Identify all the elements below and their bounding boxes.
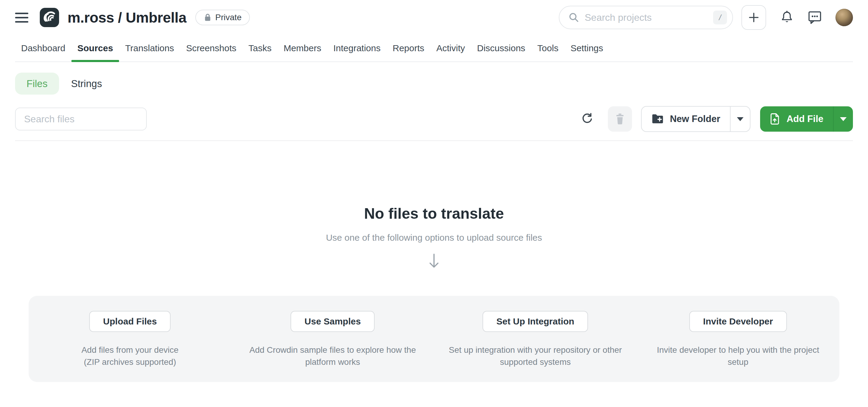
trash-icon <box>614 113 626 126</box>
use-samples-button[interactable]: Use Samples <box>290 311 375 332</box>
down-arrow-icon <box>427 253 441 269</box>
folder-plus-icon <box>651 114 664 124</box>
new-folder-label: New Folder <box>670 114 720 124</box>
crowdin-logo[interactable] <box>40 8 59 27</box>
search-shortcut-badge: / <box>713 10 727 24</box>
caret-down-icon <box>840 117 846 121</box>
plus-icon <box>748 12 760 23</box>
upload-files-description: Add files from your device (ZIP archives… <box>82 344 179 368</box>
notifications-button[interactable] <box>780 10 794 25</box>
privacy-badge-label: Private <box>215 13 241 22</box>
messages-button[interactable] <box>808 10 822 25</box>
add-file-split-button: Add File <box>760 106 853 132</box>
add-file-button[interactable]: Add File <box>760 106 833 132</box>
lock-icon <box>204 13 212 22</box>
subnav-files[interactable]: Files <box>15 72 59 95</box>
avatar[interactable] <box>835 9 853 26</box>
create-project-button[interactable] <box>741 5 766 30</box>
refresh-icon <box>581 113 593 125</box>
chat-icon <box>808 10 822 25</box>
option-upload-files: Upload Files Add files from your device … <box>29 311 231 382</box>
set-up-integration-description: Set up integration with your repository … <box>449 344 622 368</box>
invite-developer-button[interactable]: Invite Developer <box>689 311 787 332</box>
new-folder-split-button: New Folder <box>641 106 750 132</box>
tab-tasks[interactable]: Tasks <box>242 35 278 61</box>
page-title: m.ross / Umbrella <box>67 9 186 26</box>
privacy-badge: Private <box>195 10 250 25</box>
invite-developer-description: Invite developer to help you with the pr… <box>657 344 819 368</box>
tab-discussions[interactable]: Discussions <box>471 35 531 61</box>
tab-screenshots[interactable]: Screenshots <box>180 35 242 61</box>
set-up-integration-button[interactable]: Set Up Integration <box>483 311 588 332</box>
empty-state: No files to translate Use one of the fol… <box>0 205 868 270</box>
refresh-button[interactable] <box>581 113 593 125</box>
upload-options-panel: Upload Files Add files from your device … <box>29 296 839 382</box>
tab-sources[interactable]: Sources <box>71 35 119 61</box>
tab-settings[interactable]: Settings <box>564 35 609 61</box>
tab-dashboard[interactable]: Dashboard <box>15 35 71 61</box>
menu-icon[interactable] <box>15 13 28 23</box>
toolbar-divider <box>15 140 853 141</box>
tab-integrations[interactable]: Integrations <box>327 35 387 61</box>
search-input[interactable] <box>585 12 713 23</box>
tab-reports[interactable]: Reports <box>387 35 430 61</box>
search-icon <box>568 12 579 23</box>
project-tabbar: Dashboard Sources Translations Screensho… <box>15 35 853 62</box>
add-file-label: Add File <box>786 114 824 124</box>
upload-files-button[interactable]: Upload Files <box>89 311 170 332</box>
tab-members[interactable]: Members <box>278 35 327 61</box>
top-header: m.ross / Umbrella Private / <box>0 0 868 35</box>
option-use-samples: Use Samples Add Crowdin sample files to … <box>231 311 434 382</box>
option-set-up-integration: Set Up Integration Set up integration wi… <box>434 311 637 382</box>
sources-subnav: Files Strings <box>15 72 853 95</box>
caret-down-icon <box>737 117 744 121</box>
empty-state-subtitle: Use one of the following options to uplo… <box>0 232 868 243</box>
new-folder-dropdown[interactable] <box>730 107 750 131</box>
option-invite-developer: Invite Developer Invite developer to hel… <box>637 311 840 382</box>
empty-state-title: No files to translate <box>0 205 868 222</box>
bell-icon <box>780 10 794 25</box>
add-file-dropdown[interactable] <box>833 106 853 132</box>
file-search-input[interactable] <box>15 107 147 130</box>
delete-button[interactable] <box>608 106 632 132</box>
tab-tools[interactable]: Tools <box>531 35 564 61</box>
toolbar-actions: New Folder Add File <box>581 106 853 132</box>
new-folder-button[interactable]: New Folder <box>642 107 730 131</box>
tab-translations[interactable]: Translations <box>119 35 180 61</box>
subnav-strings[interactable]: Strings <box>62 72 111 95</box>
use-samples-description: Add Crowdin sample files to explore how … <box>249 344 416 368</box>
files-toolbar: New Folder Add File <box>15 106 853 132</box>
file-upload-icon <box>770 113 781 125</box>
project-search[interactable]: / <box>559 6 733 29</box>
tab-activity[interactable]: Activity <box>430 35 471 61</box>
